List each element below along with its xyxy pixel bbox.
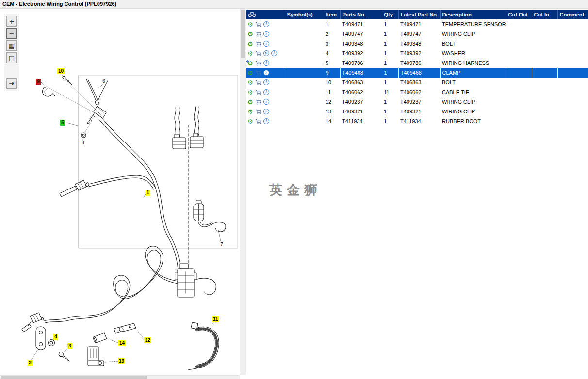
- diagram-panel[interactable]: 1096581711121443213 +−▦□⇥: [0, 9, 246, 379]
- cart-icon[interactable]: [255, 99, 261, 105]
- cell-cut_out: [506, 19, 532, 29]
- info-icon[interactable]: i: [263, 79, 269, 85]
- cell-description: CLAMP: [440, 68, 506, 78]
- cell-cut_in: [532, 78, 557, 87]
- gear-icon[interactable]: ⚙: [247, 109, 253, 115]
- callout-10[interactable]: 10: [57, 68, 65, 74]
- cell-cut_in: [532, 116, 557, 126]
- cart-icon[interactable]: [255, 41, 261, 47]
- gear-icon[interactable]: ⚙: [247, 41, 253, 47]
- cell-description: WIRING CLIP: [440, 107, 506, 116]
- part-row-1[interactable]: ⚙i1T4094711T409471TEMPERATURE SENSOR: [246, 19, 588, 29]
- callout-4[interactable]: 4: [53, 334, 58, 340]
- gear-icon[interactable]: ⚙: [247, 31, 253, 37]
- symbol-s-icon[interactable]: S: [263, 50, 269, 56]
- gear-icon[interactable]: ⚙: [247, 99, 253, 105]
- info-icon[interactable]: i: [263, 31, 269, 37]
- row-action-icons: ⚙+i: [246, 58, 285, 68]
- gear-icon[interactable]: ⚙: [247, 50, 253, 57]
- info-icon[interactable]: i: [271, 50, 277, 56]
- column-header-comment[interactable]: Comment: [557, 10, 588, 19]
- part-row-10[interactable]: ⚙i10T4068631T406863BOLT: [246, 78, 588, 87]
- horizontal-scrollbar[interactable]: [0, 375, 240, 379]
- horizontal-scrollbar-thumb[interactable]: [1, 376, 147, 379]
- info-icon[interactable]: i: [263, 109, 269, 114]
- cart-icon[interactable]: [255, 109, 261, 114]
- cell-item: 5: [324, 58, 340, 68]
- fit-view-button[interactable]: □: [6, 52, 17, 63]
- window-title: CEM - Electronic Wiring Control (PPL0979…: [0, 0, 588, 9]
- cell-comment: [557, 68, 588, 78]
- table-header-row: Symbol(s)ItemParts No.Qty.Latest Part No…: [246, 10, 588, 19]
- info-icon[interactable]: i: [263, 41, 269, 47]
- cell-latest_part_no: T409321: [398, 107, 440, 116]
- callout-14[interactable]: 14: [118, 340, 126, 346]
- info-icon[interactable]: i: [263, 99, 269, 105]
- part-row-11[interactable]: ⚙i11T40606211T406062CABLE TIE: [246, 87, 588, 97]
- cart-icon[interactable]: [255, 80, 261, 85]
- column-header-latest_part_no[interactable]: Latest Part No.: [398, 10, 440, 19]
- callout-1[interactable]: 1: [146, 190, 150, 196]
- info-icon[interactable]: i: [263, 118, 269, 124]
- callout-5[interactable]: 5: [60, 120, 65, 126]
- column-header-cut_in[interactable]: Cut In: [532, 10, 557, 19]
- row-action-icons: ⚙i: [246, 97, 285, 107]
- cell-cut_out: [506, 39, 532, 48]
- info-icon[interactable]: i: [263, 21, 269, 27]
- gear-icon[interactable]: ⚙: [247, 79, 253, 86]
- cart-icon[interactable]: [255, 51, 261, 56]
- cell-symbols: [285, 48, 324, 58]
- callout-12[interactable]: 12: [144, 337, 151, 343]
- application-window: CEM - Electronic Wiring Control (PPL0979…: [0, 0, 588, 379]
- binoculars-icon[interactable]: [248, 11, 256, 18]
- callout-11[interactable]: 11: [212, 316, 219, 322]
- column-header-parts_no[interactable]: Parts No.: [340, 10, 382, 19]
- cart-icon[interactable]: [255, 90, 261, 95]
- gear-icon[interactable]: ⚙: [247, 118, 253, 125]
- zoom-out-button[interactable]: −: [6, 28, 17, 39]
- panel-toggle-button[interactable]: ⇥: [6, 78, 17, 89]
- column-header-qty[interactable]: Qty.: [382, 10, 398, 19]
- part-row-3[interactable]: ⚙i3T4093481T409348BOLT: [246, 39, 588, 48]
- callout-7[interactable]: 7: [219, 242, 224, 248]
- column-header-symbols[interactable]: Symbol(s): [285, 10, 324, 19]
- callout-3[interactable]: 3: [67, 343, 72, 349]
- callout-2[interactable]: 2: [28, 360, 33, 366]
- gear-plus-icon[interactable]: ⚙+: [247, 60, 253, 66]
- vertical-scrollbar-thumb[interactable]: [241, 10, 245, 58]
- column-header-description[interactable]: Description: [440, 10, 506, 19]
- info-icon[interactable]: i: [263, 60, 269, 66]
- tile-view-button[interactable]: ▦: [6, 40, 17, 51]
- gear-icon[interactable]: ⚙: [247, 89, 253, 95]
- callout-6[interactable]: 6: [101, 79, 106, 84]
- part-row-9[interactable]: ⚙i9T4094681T409468CLAMP: [246, 68, 588, 78]
- column-header-cut_out[interactable]: Cut Out: [506, 10, 532, 19]
- info-icon[interactable]: i: [263, 70, 269, 76]
- callout-9[interactable]: 9: [36, 79, 41, 85]
- cell-symbols: [285, 68, 324, 78]
- gear-icon[interactable]: ⚙: [247, 21, 253, 28]
- cart-icon[interactable]: [255, 70, 261, 76]
- cart-icon[interactable]: [255, 32, 261, 37]
- part-row-14[interactable]: ⚙i14T4119341T411934RUBBER BOOT: [246, 116, 588, 126]
- cell-comment: [557, 29, 588, 39]
- cell-cut_out: [506, 97, 532, 107]
- callout-layer: 1096581711121443213: [0, 9, 240, 375]
- column-header-icons[interactable]: [246, 10, 285, 19]
- part-row-5[interactable]: ⚙+i5T4097861T409786WIRING HARNESS: [246, 58, 588, 68]
- callout-13[interactable]: 13: [118, 358, 125, 364]
- vertical-scrollbar[interactable]: [240, 9, 246, 375]
- part-row-2[interactable]: ⚙i2T4097471T409747WIRING CLIP: [246, 29, 588, 39]
- info-icon[interactable]: i: [263, 89, 269, 95]
- part-row-4[interactable]: ⚙Si4T4093921T409392WASHER: [246, 48, 588, 58]
- cart-icon[interactable]: [255, 119, 261, 124]
- part-row-13[interactable]: ⚙i13T4093211T409321WIRING CLIP: [246, 107, 588, 116]
- zoom-in-button[interactable]: +: [6, 16, 17, 27]
- gear-icon[interactable]: ⚙: [247, 70, 253, 76]
- cart-icon[interactable]: [255, 22, 261, 27]
- cell-cut_in: [532, 87, 557, 97]
- cart-icon[interactable]: [255, 61, 261, 66]
- part-row-12[interactable]: ⚙i12T4092371T409237WIRING CLIP: [246, 97, 588, 107]
- column-header-item[interactable]: Item: [324, 10, 340, 19]
- callout-8[interactable]: 8: [81, 140, 85, 146]
